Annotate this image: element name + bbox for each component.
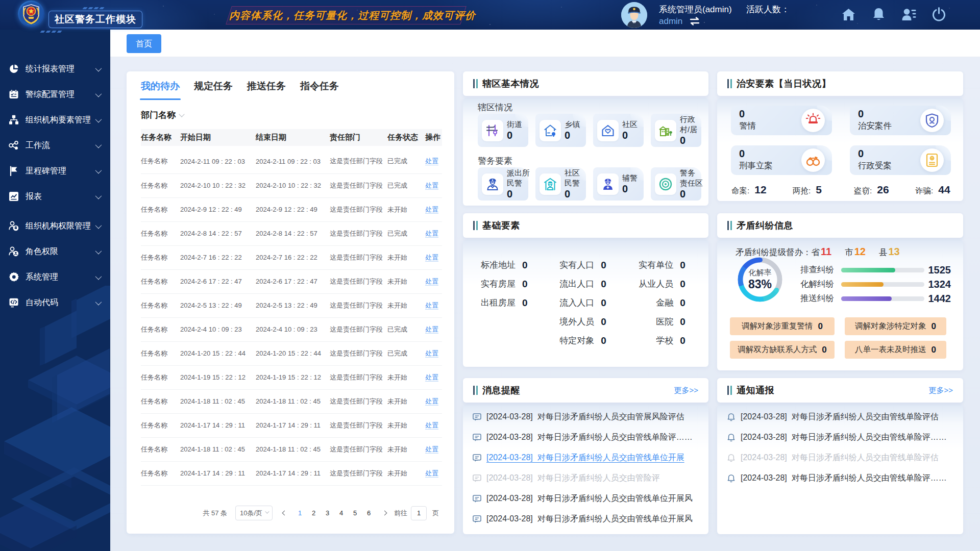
- handcuffs-icon: [801, 148, 825, 172]
- panel-title: 通知通报: [737, 384, 774, 396]
- page-size-select[interactable]: 10条/页: [235, 506, 273, 520]
- message-item[interactable]: [2024-03-28] 对每日涉矛盾纠纷人员交由管线单险评……: [727, 427, 954, 447]
- page-number[interactable]: 1: [293, 506, 307, 520]
- dispose-link[interactable]: 处置: [425, 157, 438, 165]
- panel-title: 治安要素【当日状况】: [737, 78, 831, 90]
- more-link[interactable]: 更多>>: [928, 386, 953, 395]
- avatar[interactable]: [621, 2, 647, 28]
- sidebar-item[interactable]: 里程碑管理: [0, 158, 110, 184]
- username-link[interactable]: admin: [659, 16, 682, 27]
- prev-page-button[interactable]: [279, 506, 290, 520]
- dispose-link[interactable]: 处置: [425, 469, 438, 477]
- page-number[interactable]: 5: [348, 506, 362, 520]
- todo-tab[interactable]: 推送任务: [247, 80, 286, 100]
- sidebar-item[interactable]: 组织机构权限管理: [0, 213, 110, 239]
- sidebar-item[interactable]: 自动代码: [0, 290, 110, 315]
- todo-tab[interactable]: 规定任务: [194, 80, 233, 100]
- goto-page-input[interactable]: 1: [411, 506, 427, 520]
- sidebar-item[interactable]: 报表: [0, 184, 110, 209]
- message-item[interactable]: [2024-03-28] 对每日涉矛盾纠纷人员交由管线单位开展风: [473, 488, 699, 509]
- village-buildings-icon: [655, 120, 676, 141]
- dispose-link[interactable]: 处置: [425, 373, 438, 381]
- sidebar-item-label: 自动代码: [26, 297, 95, 308]
- dispose-link[interactable]: 处置: [425, 325, 438, 333]
- message-text: [2024-03-28] 对每日涉矛盾纠纷人员交由管展风险评估: [486, 412, 684, 422]
- dash-decoration: [41, 31, 61, 33]
- dispose-link[interactable]: 处置: [425, 206, 438, 213]
- dispose-link[interactable]: 处置: [425, 397, 438, 405]
- dispose-link[interactable]: 处置: [425, 278, 438, 285]
- message-item[interactable]: [2024-03-28] 对每日涉矛盾纠纷人员交由管险评: [473, 468, 699, 488]
- dispute-bar-row: 推送纠纷 1442: [800, 291, 951, 306]
- sidebar-item-label: 统计报表管理: [26, 64, 95, 74]
- stat-tile[interactable]: 街道0: [478, 114, 528, 147]
- stat-tile[interactable]: 乡镇0: [535, 114, 586, 147]
- sidebar-item-label: 报表: [26, 191, 95, 202]
- dispute-stat-button[interactable]: 八单一表未及时推送0: [845, 341, 946, 359]
- dispose-link[interactable]: 处置: [425, 302, 438, 309]
- message-item[interactable]: [2024-03-28] 对每日涉矛盾纠纷人员交由管线单位开展: [473, 447, 699, 468]
- message-text: [2024-03-28] 对每日涉矛盾纠纷人员交由管线单位开展风: [486, 514, 693, 524]
- level-prov-label: 省: [812, 247, 820, 258]
- dispose-link[interactable]: 处置: [425, 421, 438, 429]
- sidebar-item[interactable]: 工作流: [0, 133, 110, 158]
- more-link[interactable]: 更多>>: [674, 386, 698, 395]
- page-number[interactable]: 4: [334, 506, 348, 520]
- stat-tile[interactable]: 辅警0: [593, 167, 644, 201]
- power-icon[interactable]: [932, 7, 946, 22]
- column-header: 任务名称: [141, 129, 180, 146]
- security-tile[interactable]: 0 治安案件: [850, 106, 951, 135]
- tab-home[interactable]: 首页: [127, 34, 161, 53]
- title-marker: [473, 221, 478, 230]
- tile-label: 行政: [680, 114, 697, 124]
- home-icon[interactable]: [841, 7, 856, 22]
- dispose-link[interactable]: 处置: [425, 349, 438, 357]
- page-number[interactable]: 3: [321, 506, 334, 520]
- tile-value: 0: [507, 130, 512, 141]
- base-elements-panel: 基础要素 标准地址0实有房屋0出租房屋0 实有人口0流出人口0流入人口0境外人员…: [463, 213, 708, 367]
- dispose-link[interactable]: 处置: [425, 254, 438, 261]
- message-item[interactable]: [2024-03-28] 对每日涉矛盾纠纷人员交由管线单险评……: [727, 468, 954, 488]
- message-item[interactable]: [2024-03-28] 对每日涉矛盾纠纷人员交由管展风险评估: [473, 407, 699, 427]
- sidebar-item[interactable]: 统计报表管理: [0, 56, 110, 82]
- sidebar-item[interactable]: 警综配置管理: [0, 82, 110, 107]
- stat-tile[interactable]: 警务责任区0: [651, 167, 701, 201]
- tile-label: 责任区: [680, 178, 703, 188]
- security-tile[interactable]: 0 警情: [731, 106, 832, 135]
- stat-tile[interactable]: 行政村/居0: [651, 114, 701, 147]
- tile-label: 辅警: [622, 173, 638, 183]
- sidebar-item[interactable]: 组织机构要素管理: [0, 107, 110, 133]
- message-item[interactable]: [2024-03-28] 对每日涉矛盾纠纷人员交由管线单险评估: [727, 447, 954, 468]
- dispute-stat-button[interactable]: 调解双方缺联系人方式0: [730, 341, 835, 359]
- chevron-down-icon[interactable]: [179, 111, 184, 117]
- bell-icon[interactable]: [871, 7, 886, 22]
- message-item[interactable]: [2024-03-28] 对每日涉矛盾纠纷人员交由管线单险评估: [727, 407, 954, 427]
- dispute-stat-button[interactable]: 调解对象涉重复警情0: [730, 317, 835, 335]
- stat-tile[interactable]: 社区民警0: [535, 167, 586, 201]
- todo-tab[interactable]: 我的待办: [141, 80, 180, 100]
- contacts-icon[interactable]: [901, 7, 916, 22]
- base-element-row: 标准地址0: [476, 259, 541, 271]
- security-tile[interactable]: 0 刑事立案: [731, 145, 832, 175]
- stat-tile[interactable]: 社区0: [593, 114, 644, 147]
- message-item[interactable]: [2024-03-28] 对每日涉矛盾纠纷人员交由管线单险评……: [473, 427, 699, 447]
- message-item[interactable]: [2024-03-28] 对每日涉矛盾纠纷人员交由管线单位开展风: [473, 509, 699, 529]
- dispose-link[interactable]: 处置: [425, 182, 438, 189]
- next-page-button[interactable]: [379, 506, 390, 520]
- todo-tab[interactable]: 指令任务: [300, 80, 339, 100]
- dispose-link[interactable]: 处置: [425, 445, 438, 453]
- dispose-link[interactable]: 处置: [425, 230, 438, 237]
- page-number[interactable]: 6: [362, 506, 376, 520]
- chevron-down-icon: [95, 192, 102, 199]
- security-tile[interactable]: 0 行政受案: [850, 145, 951, 175]
- table-row: 任务名称2024-2-7 16 : 22 : 222024-2-7 16 : 2…: [141, 245, 442, 269]
- stat-tile[interactable]: 派出所民警0: [478, 167, 528, 201]
- user-role-label: 系统管理员(admin): [659, 4, 732, 15]
- sidebar-item[interactable]: 角色权限: [0, 239, 110, 264]
- page-number[interactable]: 2: [307, 506, 321, 520]
- switch-user-icon[interactable]: [688, 17, 701, 26]
- crime-stat: 盗窃:26: [854, 184, 915, 196]
- sidebar-item[interactable]: 系统管理: [0, 264, 110, 290]
- title-marker: [727, 79, 732, 88]
- dispute-stat-button[interactable]: 调解对象涉特定对象0: [845, 317, 946, 335]
